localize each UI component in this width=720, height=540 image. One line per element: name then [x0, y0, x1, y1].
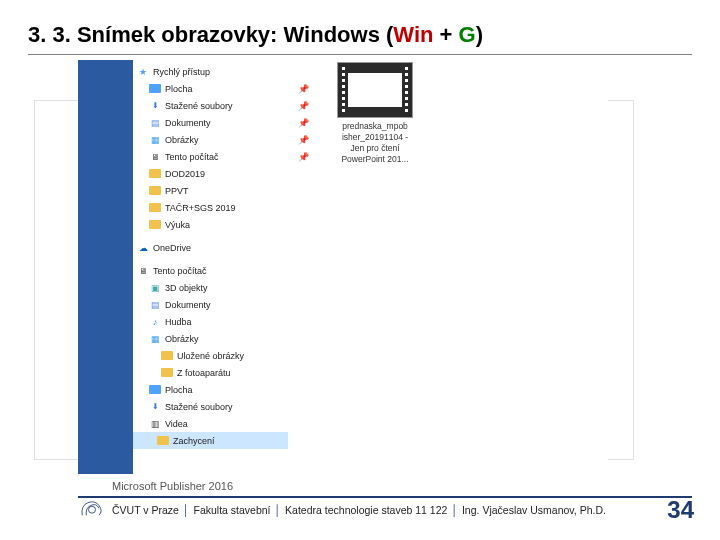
nav-documents2[interactable]: ▤Dokumenty [137, 296, 284, 313]
nav-downloads[interactable]: ⬇Stažené soubory [137, 97, 284, 114]
nav-videos[interactable]: ▥Videa [137, 415, 284, 432]
folder-icon [149, 186, 161, 195]
page-number: 34 [667, 496, 694, 524]
nav-vyuka[interactable]: Výuka [137, 216, 284, 233]
pin-icon: 📌 [288, 114, 318, 131]
pin-icon [288, 62, 318, 80]
file-caption: prednaska_mpob isher_20191104 - Jen pro … [330, 121, 420, 165]
title-underline [28, 54, 692, 55]
nav-music[interactable]: ♪Hudba [137, 313, 284, 330]
download-icon: ⬇ [149, 101, 161, 111]
pic-icon: ▦ [149, 334, 161, 344]
pin-icon: 📌 [288, 148, 318, 165]
star-icon: ★ [137, 67, 149, 77]
nav-pictures[interactable]: ▦Obrázky [137, 131, 284, 148]
download-icon: ⬇ [149, 402, 161, 412]
nav-downloads2[interactable]: ⬇Stažené soubory [137, 398, 284, 415]
footer-rule [78, 496, 692, 498]
nav-thispc[interactable]: 🖥Tento počítač [137, 148, 284, 165]
pc-icon: 🖥 [149, 152, 161, 162]
nav-quick-access[interactable]: ★Rychlý přístup [137, 63, 284, 80]
nav-dod2019[interactable]: DOD2019 [137, 165, 284, 182]
cube-icon: ▣ [149, 283, 161, 293]
folder-icon [157, 436, 169, 445]
video-icon: ▥ [149, 419, 161, 429]
video-thumbnail-icon [337, 62, 413, 118]
cloud-icon: ☁ [137, 243, 149, 253]
nav-documents[interactable]: ▤Dokumenty [137, 114, 284, 131]
folder-icon [161, 368, 173, 377]
pic-icon: ▦ [149, 135, 161, 145]
file-item[interactable]: prednaska_mpob isher_20191104 - Jen pro … [330, 62, 420, 165]
nav-thispc2[interactable]: 🖥Tento počítač [137, 262, 284, 279]
nav-tacr[interactable]: TAČR+SGS 2019 [137, 199, 284, 216]
nav-onedrive[interactable]: ☁OneDrive [137, 239, 284, 256]
pin-icon: 📌 [288, 131, 318, 148]
nav-ppvt[interactable]: PPVT [137, 182, 284, 199]
pin-column: 📌 📌 📌 📌 📌 [288, 60, 318, 165]
software-label: Microsoft Publisher 2016 [112, 480, 233, 492]
nav-tree: ★Rychlý přístup Plocha ⬇Stažené soubory … [133, 60, 288, 474]
footer-text: ČVUT v Praze│ Fakulta stavební│ Katedra … [112, 504, 606, 516]
folder-icon [149, 385, 161, 394]
nav-desktop2[interactable]: Plocha [137, 381, 284, 398]
cvut-logo-icon [78, 498, 106, 520]
pin-icon: 📌 [288, 97, 318, 114]
folder-icon [149, 220, 161, 229]
nav-saved[interactable]: Uložené obrázky [137, 347, 284, 364]
nav-3d[interactable]: ▣3D objekty [137, 279, 284, 296]
window-accent-bar [78, 60, 133, 474]
slide-title: 3. 3. Snímek obrazovky: Windows (Win + G… [28, 22, 483, 48]
folder-icon [149, 203, 161, 212]
doc-icon: ▤ [149, 118, 161, 128]
pc-icon: 🖥 [137, 266, 149, 276]
nav-desktop[interactable]: Plocha [137, 80, 284, 97]
pin-icon: 📌 [288, 80, 318, 97]
explorer-screenshot: ★Rychlý přístup Plocha ⬇Stažené soubory … [78, 60, 608, 474]
nav-pictures2[interactable]: ▦Obrázky [137, 330, 284, 347]
nav-captures[interactable]: Zachycení [133, 432, 288, 449]
folder-icon [149, 84, 161, 93]
folder-icon [149, 169, 161, 178]
music-icon: ♪ [149, 317, 161, 327]
folder-icon [161, 351, 173, 360]
doc-icon: ▤ [149, 300, 161, 310]
nav-camera[interactable]: Z fotoaparátu [137, 364, 284, 381]
svg-point-0 [89, 506, 96, 513]
